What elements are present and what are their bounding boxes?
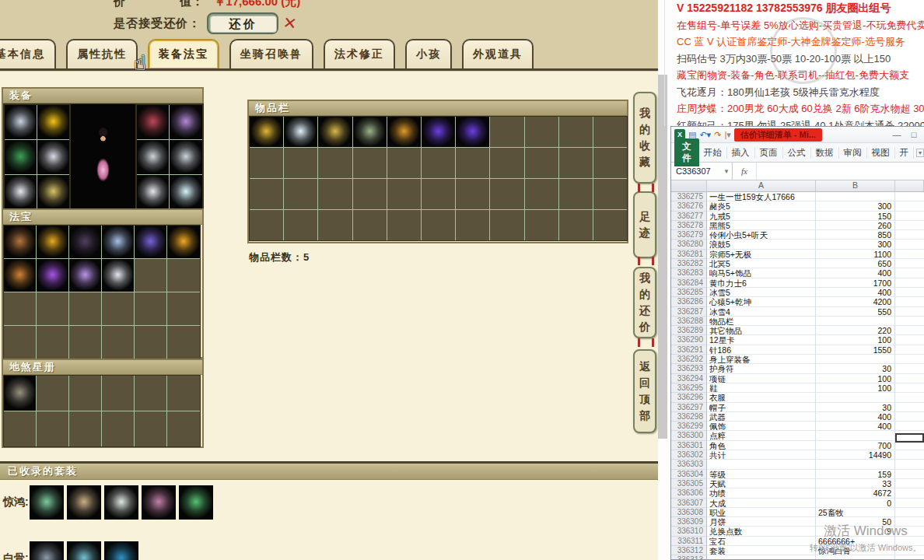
cell-a[interactable]: 帽子 <box>707 403 816 412</box>
cell-b[interactable] <box>816 555 895 560</box>
cell-a[interactable]: 宝石 <box>707 537 816 546</box>
item-purple-lantern[interactable] <box>37 259 68 292</box>
cell-c[interactable] <box>895 403 924 412</box>
empty-slot[interactable] <box>102 376 134 411</box>
empty-slot[interactable] <box>102 292 134 325</box>
row-number[interactable]: 336299 <box>671 422 707 431</box>
item-pipa-lute[interactable] <box>4 259 36 292</box>
empty-slot[interactable] <box>593 210 627 240</box>
ribbon-tab-视图[interactable]: 视图 <box>867 147 895 159</box>
cell-a[interactable]: 九戒5 <box>707 212 816 221</box>
minimize-button[interactable]: — <box>890 130 904 139</box>
row-number[interactable]: 336288 <box>671 317 707 326</box>
cell-b[interactable]: 30 <box>816 403 895 412</box>
empty-slot[interactable] <box>318 148 352 178</box>
row-number[interactable]: 336286 <box>671 297 707 306</box>
item-talisman-board[interactable] <box>4 226 36 258</box>
row-number[interactable]: 336312 <box>671 546 707 555</box>
cell-c[interactable] <box>895 240 924 249</box>
cell-c[interactable] <box>895 192 924 201</box>
cell-c[interactable] <box>895 508 924 517</box>
set-item-gold-helm[interactable] <box>67 485 101 520</box>
item-purple-orb-2[interactable] <box>456 117 489 147</box>
cell-b[interactable] <box>816 431 895 440</box>
empty-slot[interactable] <box>456 179 489 209</box>
item-gold-cloud[interactable] <box>167 226 199 258</box>
cell-c[interactable] <box>895 393 924 402</box>
row-number[interactable]: 336303 <box>671 460 707 469</box>
column-header-b[interactable]: B <box>816 180 895 191</box>
set-item-green-mask[interactable] <box>179 485 213 520</box>
row-number[interactable]: 336291 <box>671 345 707 355</box>
empty-slot[interactable] <box>559 117 593 147</box>
cell-c[interactable] <box>895 288 924 297</box>
cell-a[interactable]: 伶俐小虫5+听天 <box>707 230 816 240</box>
empty-slot[interactable] <box>422 179 455 209</box>
quick-access-dropdown-icon[interactable]: |▾ <box>724 129 730 140</box>
row-number[interactable]: 336313 <box>671 555 707 560</box>
cell-c[interactable] <box>895 317 924 326</box>
cell-a[interactable]: 身上穿装备 <box>707 355 816 364</box>
empty-slot[interactable] <box>167 411 199 446</box>
empty-slot[interactable] <box>593 179 627 209</box>
ribbon-tab-开始[interactable]: 开始 <box>699 147 727 159</box>
cell-c[interactable] <box>895 412 924 422</box>
item-green-spear[interactable] <box>5 140 37 174</box>
cell-a[interactable] <box>707 555 816 560</box>
empty-slot[interactable] <box>167 259 199 292</box>
cell-b[interactable]: 25畜牧 <box>816 508 895 517</box>
empty-slot[interactable] <box>490 210 523 240</box>
row-number[interactable]: 336279 <box>671 230 707 240</box>
cell-b[interactable]: 700 <box>816 441 895 450</box>
row-number[interactable]: 336282 <box>671 259 707 268</box>
item-silver-ring[interactable] <box>137 140 169 174</box>
item-purple-book[interactable] <box>135 226 166 258</box>
tab-坐骑召唤兽[interactable]: 坐骑召唤兽 <box>229 39 313 68</box>
cell-a[interactable]: 宗师5+无极 <box>707 250 816 259</box>
cell-c[interactable] <box>895 488 924 498</box>
cell-a[interactable]: 点粹 <box>707 431 816 440</box>
cell-a[interactable]: 物品栏 <box>707 317 816 326</box>
empty-slot[interactable] <box>37 292 68 325</box>
character-preview[interactable] <box>71 104 135 208</box>
undo-icon[interactable]: ↶▾ <box>699 129 711 140</box>
empty-slot[interactable] <box>250 210 283 240</box>
cell-a[interactable]: 佩饰 <box>707 422 816 431</box>
row-number[interactable]: 336297 <box>671 403 707 412</box>
cell-b[interactable] <box>816 192 895 201</box>
tab-外观道具[interactable]: 外观道具 <box>462 39 534 68</box>
excel-title-bar[interactable]: X ▤ ↶▾ ↷ |▾ 估价详细清单 - Mi... — □ <box>671 127 924 143</box>
item-dark-orb[interactable] <box>69 226 101 258</box>
cell-c[interactable] <box>895 499 924 508</box>
name-box-dropdown-icon[interactable]: ▼ <box>723 168 730 175</box>
row-number[interactable]: 336301 <box>671 441 707 450</box>
cell-b[interactable]: 300 <box>816 201 895 211</box>
cell-c[interactable] <box>895 383 924 393</box>
cell-c[interactable] <box>895 297 924 306</box>
row-number[interactable]: 336292 <box>671 355 707 364</box>
item-belt[interactable] <box>353 117 387 147</box>
cell-b[interactable]: 650 <box>816 259 895 268</box>
cell-b[interactable]: 100 <box>816 335 895 345</box>
item-yellow-flower[interactable] <box>37 105 69 139</box>
empty-slot[interactable] <box>559 148 593 178</box>
set-item-jade-bracelet[interactable] <box>104 485 138 520</box>
row-number[interactable]: 336276 <box>671 201 707 211</box>
cell-b[interactable]: 150 <box>816 212 895 221</box>
empty-slot[interactable] <box>318 179 352 209</box>
ribbon-tab-数据[interactable]: 数据 <box>811 147 839 159</box>
empty-slot[interactable] <box>593 148 627 178</box>
cell-a[interactable]: 北冥5 <box>707 259 816 268</box>
ribbon-tab-审阅[interactable]: 审阅 <box>839 147 867 159</box>
cell-c[interactable] <box>895 460 924 469</box>
empty-slot[interactable] <box>490 179 523 209</box>
empty-slot[interactable] <box>102 411 134 446</box>
empty-slot[interactable] <box>593 117 627 147</box>
empty-slot[interactable] <box>559 179 593 209</box>
cell-a[interactable]: 大成 <box>707 499 816 508</box>
set-item-green-clothes[interactable] <box>30 485 64 520</box>
item-white-robe[interactable] <box>37 140 69 174</box>
cell-a[interactable] <box>707 460 816 469</box>
row-number[interactable]: 336278 <box>671 221 707 230</box>
tab-小孩[interactable]: 小孩 <box>405 39 452 68</box>
